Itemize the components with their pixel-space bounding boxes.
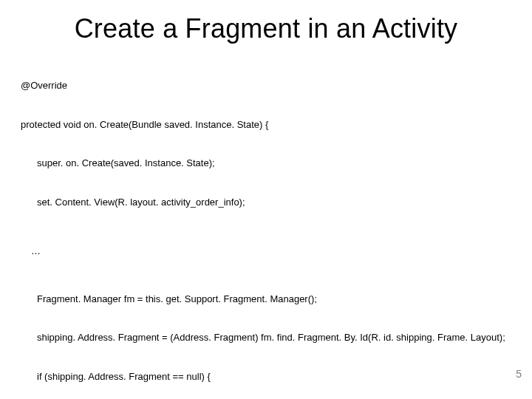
code-block-1: @Override protected void on. Create(Bund…: [21, 53, 511, 235]
code-line: protected void on. Create(Bundle saved. …: [21, 118, 511, 132]
slide-title: Create a Fragment in an Activity: [21, 13, 511, 44]
page-number: 5: [516, 368, 522, 380]
code-line: set. Content. View(R. layout. activity_o…: [21, 196, 511, 209]
code-line: @Override: [21, 79, 511, 92]
slide: Create a Fragment in an Activity @Overri…: [0, 0, 532, 399]
code-ellipsis: …: [31, 245, 511, 256]
code-line: super. on. Create(saved. Instance. State…: [21, 157, 511, 170]
code-block-2: Fragment. Manager fm = this. get. Suppor…: [21, 267, 511, 399]
code-line: shipping. Address. Fragment = (Address. …: [21, 331, 511, 344]
code-line: if (shipping. Address. Fragment == null)…: [21, 370, 511, 383]
code-line: Fragment. Manager fm = this. get. Suppor…: [21, 293, 511, 306]
